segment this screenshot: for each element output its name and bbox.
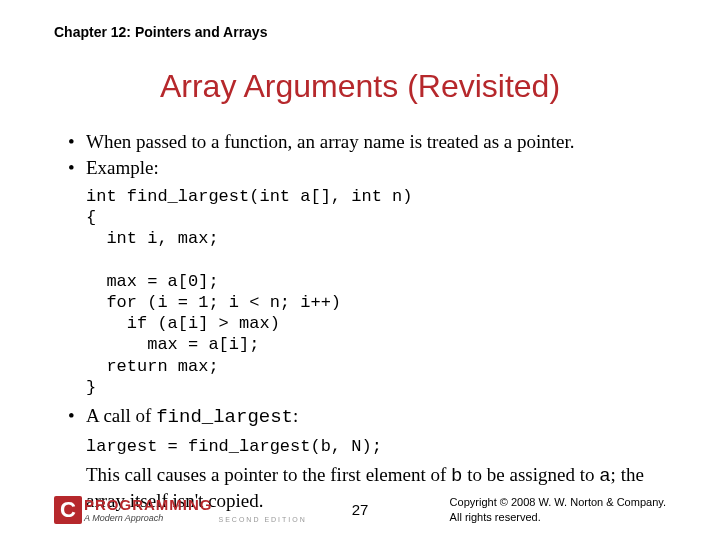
page-number: 27 (352, 501, 369, 518)
logo-edition: SECOND EDITION (219, 516, 307, 523)
logo-c-icon: C (54, 496, 82, 524)
copyright: Copyright © 2008 W. W. Norton & Company.… (450, 495, 666, 524)
bullet-3: A call of find_largest: (68, 404, 668, 430)
footer: C PROGRAMMING A Modern Approach SECOND E… (54, 484, 666, 524)
slide-title: Array Arguments (Revisited) (0, 68, 720, 105)
bullet-2: Example: (68, 156, 668, 180)
bullet-3-post: : (293, 405, 298, 426)
chapter-label: Chapter 12: Pointers and Arrays (54, 24, 267, 40)
bullet-3-code: find_largest (156, 406, 293, 428)
copyright-line2: All rights reserved. (450, 510, 666, 524)
bullet-1: When passed to a function, an array name… (68, 130, 668, 154)
logo-text: PROGRAMMING A Modern Approach (84, 497, 213, 523)
slide: Chapter 12: Pointers and Arrays Array Ar… (0, 0, 720, 540)
slide-body: When passed to a function, an array name… (68, 128, 668, 513)
logo-sub: A Modern Approach (84, 514, 213, 523)
bullet-list: When passed to a function, an array name… (68, 130, 668, 180)
logo-main: PROGRAMMING (84, 497, 213, 512)
book-logo: C PROGRAMMING A Modern Approach SECOND E… (54, 496, 307, 524)
explain-t2: to be assigned to (463, 464, 600, 485)
copyright-line1: Copyright © 2008 W. W. Norton & Company. (450, 495, 666, 509)
bullet-3-pre: A call of (86, 405, 156, 426)
bullet-list-2: A call of find_largest: (68, 404, 668, 430)
code-block-1: int find_largest(int a[], int n) { int i… (86, 186, 668, 399)
code-block-2: largest = find_largest(b, N); (86, 436, 668, 457)
explain-t1: This call causes a pointer to the first … (86, 464, 451, 485)
